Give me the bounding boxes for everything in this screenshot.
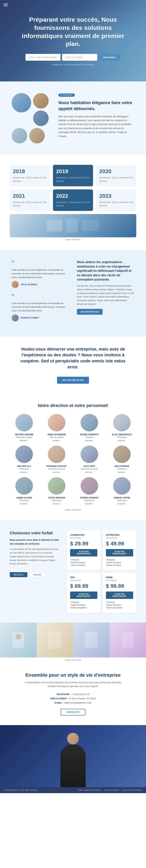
team-stars-10: ★★★★☆ <box>75 503 104 505</box>
team-name-9: STEVE WEAVER <box>43 497 71 499</box>
phone-label: TÉLÉPHONE : <box>56 693 71 695</box>
team-member-2: JENNIE ROBERTS Président ★★★★☆ <box>75 414 104 442</box>
pricing-subheading: Nous pouvons vous aider à atteindre le h… <box>10 538 59 546</box>
contacts-button[interactable]: CONTACTS <box>60 709 86 715</box>
team-avatar-1 <box>48 414 66 431</box>
team-heading: Notre direction et notre personnel! <box>10 403 136 408</box>
monthly-toggle[interactable]: MENSUEL <box>10 572 27 577</box>
team-role-5: Partenaires associé <box>43 468 71 470</box>
phone-value: +1 (234) 252 10 22 <box>71 693 90 695</box>
pricing-left: Choisissez votre forfait Nous pouvons vo… <box>10 530 59 577</box>
pricing-feature-3-2: • Autre composition <box>106 607 133 609</box>
testimonials-right: Nous aidons les organisations ambitieuse… <box>77 260 134 315</box>
timeline-year: 2018 <box>13 168 47 175</box>
timeline-text: Sample text. Click to select the Text el… <box>99 176 133 183</box>
gallery-item-0 <box>0 623 36 657</box>
team-role-1: Chef de création <box>43 436 71 438</box>
pricing-billing-3: Par mensuel <box>106 579 133 582</box>
name-input[interactable] <box>62 54 97 61</box>
contact-info: TÉLÉPHONE : +1 (234) 252 10 22 EMPLACEME… <box>16 692 130 705</box>
team-role-9: Partenaires <box>43 499 71 502</box>
team-grid: JEFFREY BROWN Partenaire mondial ★★★★☆ A… <box>10 414 136 505</box>
author-name-2: FRANCK KINNEY <box>21 317 39 319</box>
cta-button[interactable]: EN SAVOIR PLUS <box>57 377 89 384</box>
pricing-description: L'oryula dolutre od est culd responsas d… <box>10 547 59 565</box>
bottom-link-3[interactable]: Enter the Text element. <box>122 789 142 791</box>
email-input[interactable] <box>25 54 60 61</box>
quote-2: " Proin sed libero orci sed feugiat lacu… <box>12 293 69 321</box>
bottom-bar-links: Enter a valid email address Enter your N… <box>78 789 142 791</box>
pricing-btn-0[interactable]: ACHETER MAINTENANT <box>70 549 97 556</box>
timeline-year: 2020 <box>99 168 133 175</box>
gallery-item-1 <box>36 623 73 657</box>
timeline-card-2022: 2022 Sample text. Click to select the Te… <box>53 189 93 211</box>
team-stars-9: ★★★★☆ <box>43 503 71 505</box>
pricing-btn-1[interactable]: ACHETER MAINTENANT <box>106 549 133 556</box>
team-avatar-5 <box>48 445 66 463</box>
team-name-2: JENNIE ROBERTS <box>75 433 104 436</box>
team-role-7: Partenaires <box>108 468 137 470</box>
pricing-section: Choisissez votre forfait Nous pouvons vo… <box>0 521 146 623</box>
avatar-celia <box>12 281 19 288</box>
email-label: E-MAIL : <box>54 702 63 704</box>
testimonials-text: Sample text. Click to lrgeness Freepik p… <box>77 284 134 306</box>
footer-info-section: Ensemble pour un style de vie d'entrepri… <box>0 663 146 725</box>
quote-text-1: Proin sed libero orci sed feugiat lacus.… <box>12 268 69 279</box>
pricing-btn-3[interactable]: ACHETER MAINTENANT <box>106 592 133 599</box>
savoir-plus-button[interactable]: EN SAVOIR PLUS <box>77 309 103 315</box>
hero-title: Préparant votre succès, Nous fournissons… <box>19 16 127 48</box>
bottom-link-1[interactable]: Enter a valid email address <box>78 789 101 791</box>
gallery-section: Images de Freepik <box>0 623 146 663</box>
pricing-billing-2: Par mensuel <box>70 579 97 582</box>
hero-person <box>52 729 94 787</box>
gallery-grid <box>0 623 146 657</box>
testimonials-left: " Proin sed libero orci sed feugiat lacu… <box>12 260 69 327</box>
apropos-content: À PROPOS Nous habitation élégance faire … <box>58 93 134 140</box>
pricing-tier-1: ENTREPRISE <box>106 534 133 536</box>
author-name-1: CÉLIA ALMEDA <box>21 283 38 286</box>
team-member-10: PIERRE HOWARD Partenaires ★★★★☆ <box>75 477 104 505</box>
timeline-grid: 2018 Sample text. Click to select the Te… <box>10 165 136 211</box>
team-member-11: SAMUEL PAYNE Partenaires ★★★★☆ <box>108 477 137 505</box>
hero-form: Soumettre <box>25 54 121 61</box>
avatar-franck <box>12 314 19 321</box>
apropos-badge: À PROPOS <box>58 93 75 97</box>
hamburger-menu[interactable] <box>3 3 8 6</box>
team-name-8: JAMES OLIVER <box>10 497 39 499</box>
team-role-4: Partenaires <box>10 468 39 470</box>
team-avatar-9 <box>48 477 66 495</box>
team-avatar-11 <box>113 477 130 495</box>
team-stars-2: ★★★★☆ <box>75 439 104 442</box>
pricing-tier-0: COMMENCER <box>70 534 97 536</box>
team-avatar-6 <box>80 445 98 463</box>
timeline-text: Sample text. Click to select the Text el… <box>56 201 90 208</box>
avatar-2 <box>33 93 49 108</box>
submit-button[interactable]: Soumettre <box>99 54 121 61</box>
pricing-btn-2[interactable]: ACHETER MAINTENANT <box>70 592 97 599</box>
bottom-link-2[interactable]: Enter your Name <box>104 789 119 791</box>
team-member-1: ANNE RICHMOND Chef de création ★★★★☆ <box>43 414 71 442</box>
team-stars-11: ★★★★☆ <box>108 503 137 505</box>
team-avatar-3 <box>113 414 130 431</box>
pricing-card-2: PRO Par mensuel $ 69.99 ACHETER MAINTENA… <box>67 573 100 613</box>
team-member-3: ALEX GREENFIELD Partenaires ★★★★☆ <box>108 414 137 442</box>
hero-bottom-text: Sample text. Click to select the Text el… <box>52 63 94 66</box>
quote-author-2: FRANCK KINNEY <box>12 314 69 321</box>
team-avatar-2 <box>80 414 98 431</box>
timeline-section: 2018 Sample text. Click to select the Te… <box>0 155 146 250</box>
apropos-text: Bien que nous ne rapnés que la première … <box>58 115 134 138</box>
hero-section: Préparant votre succès, Nous fournissons… <box>0 0 146 82</box>
team-avatar-8 <box>16 477 33 495</box>
pricing-card-3: PRIME Par mensuel $ 99.99 ACHETER MAINTE… <box>103 573 136 613</box>
team-role-3: Partenaires <box>108 436 137 438</box>
gallery-item-2 <box>73 623 110 657</box>
team-avatar-7 <box>113 445 130 463</box>
cta-heading: Voulez-vous démarrer une entreprise, mai… <box>16 346 130 370</box>
annual-toggle[interactable]: ANNUEL <box>29 572 46 577</box>
pricing-tier-3: PRIME <box>106 576 133 579</box>
pricing-billing-0: Par mensuel <box>70 537 97 539</box>
copyright-text: © 2024 Sample, Inc. All rights reserved. <box>4 789 38 791</box>
address-label: EMPLACEMENT : <box>50 698 68 700</box>
apropos-images <box>12 93 51 144</box>
pricing-feature-0-0: • Présente <box>70 559 97 561</box>
